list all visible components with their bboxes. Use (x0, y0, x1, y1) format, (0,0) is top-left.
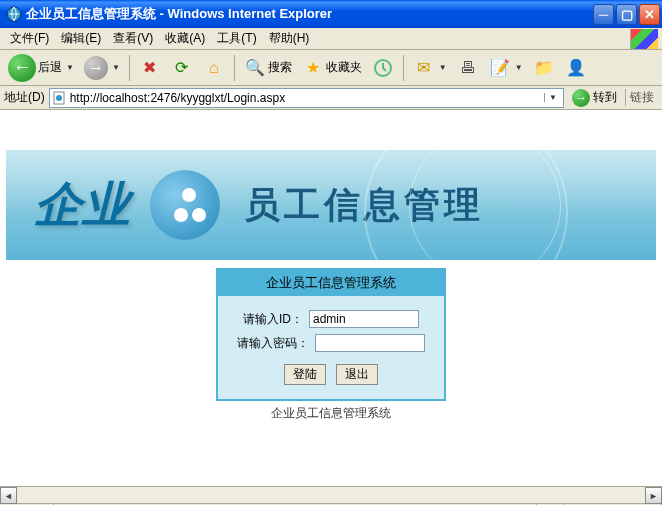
scroll-right-button[interactable]: ► (645, 487, 662, 504)
address-label: 地址(D) (4, 89, 45, 106)
forward-button[interactable]: → ▼ (80, 53, 124, 83)
stop-icon: ✖ (139, 57, 161, 79)
back-button[interactable]: ← 后退 ▼ (4, 53, 78, 83)
star-icon: ★ (302, 57, 324, 79)
footer-text: 企业员工信息管理系统 (0, 405, 662, 422)
menu-file[interactable]: 文件(F) (4, 28, 55, 49)
banner-title: 员工信息管理 (244, 181, 484, 230)
favorites-button[interactable]: ★ 收藏夹 (298, 53, 366, 83)
horizontal-scrollbar[interactable]: ◄ ► (0, 486, 662, 503)
login-header: 企业员工信息管理系统 (218, 270, 444, 296)
address-url: http://localhost:2476/kyygglxt/Login.asp… (70, 91, 544, 105)
chevron-down-icon[interactable]: ▼ (112, 63, 120, 72)
links-label[interactable]: 链接 (625, 89, 658, 106)
id-label: 请输入ID： (243, 311, 303, 328)
go-button[interactable]: → 转到 (568, 89, 621, 107)
messenger-icon: 👤 (565, 57, 587, 79)
windows-logo-icon (630, 29, 658, 49)
refresh-button[interactable]: ⟳ (167, 53, 197, 83)
login-box: 企业员工信息管理系统 请输入ID： 请输入密码： 登陆 退出 (216, 268, 446, 401)
menu-view[interactable]: 查看(V) (107, 28, 159, 49)
login-button[interactable]: 登陆 (284, 364, 326, 385)
page-icon (52, 91, 66, 105)
password-input[interactable] (315, 334, 425, 352)
mail-icon: ✉ (413, 57, 435, 79)
scroll-left-button[interactable]: ◄ (0, 487, 17, 504)
home-button[interactable]: ⌂ (199, 53, 229, 83)
close-button[interactable]: ✕ (639, 4, 660, 25)
search-button[interactable]: 🔍 搜索 (240, 53, 296, 83)
mail-button[interactable]: ✉▼ (409, 53, 451, 83)
chevron-down-icon[interactable]: ▼ (439, 63, 447, 72)
minimize-button[interactable]: ─ (593, 4, 614, 25)
svg-point-3 (56, 95, 62, 101)
chevron-down-icon[interactable]: ▼ (515, 63, 523, 72)
address-input[interactable]: http://localhost:2476/kyygglxt/Login.asp… (49, 88, 564, 108)
menu-bar: 文件(F) 编辑(E) 查看(V) 收藏(A) 工具(T) 帮助(H) (0, 28, 662, 50)
toolbar: ← 后退 ▼ → ▼ ✖ ⟳ ⌂ 🔍 搜索 ★ 收藏夹 ✉▼ 🖶 📝▼ 📁 👤 (0, 50, 662, 86)
search-icon: 🔍 (244, 57, 266, 79)
refresh-icon: ⟳ (171, 57, 193, 79)
ie-icon (6, 6, 22, 22)
print-button[interactable]: 🖶 (453, 53, 483, 83)
history-icon (372, 57, 394, 79)
chevron-down-icon[interactable]: ▼ (66, 63, 74, 72)
back-label: 后退 (38, 59, 62, 76)
stop-button[interactable]: ✖ (135, 53, 165, 83)
scroll-track[interactable] (17, 487, 645, 503)
id-input[interactable] (309, 310, 419, 328)
banner-circle-icon (150, 170, 220, 240)
messenger-button[interactable]: 👤 (561, 53, 591, 83)
home-icon: ⌂ (203, 57, 225, 79)
favorites-label: 收藏夹 (326, 59, 362, 76)
banner-logo-text: 企业 (34, 173, 130, 237)
menu-edit[interactable]: 编辑(E) (55, 28, 107, 49)
exit-button[interactable]: 退出 (336, 364, 378, 385)
edit-button[interactable]: 📝▼ (485, 53, 527, 83)
menu-help[interactable]: 帮助(H) (263, 28, 316, 49)
banner: 企业 员工信息管理 (6, 150, 656, 260)
address-bar: 地址(D) http://localhost:2476/kyygglxt/Log… (0, 86, 662, 110)
edit-icon: 📝 (489, 57, 511, 79)
search-label: 搜索 (268, 59, 292, 76)
go-arrow-icon: → (572, 89, 590, 107)
go-label: 转到 (593, 89, 617, 106)
menu-tools[interactable]: 工具(T) (211, 28, 262, 49)
back-arrow-icon: ← (8, 54, 36, 82)
folder-icon: 📁 (533, 57, 555, 79)
print-icon: 🖶 (457, 57, 479, 79)
history-button[interactable] (368, 53, 398, 83)
maximize-button[interactable]: ▢ (616, 4, 637, 25)
forward-arrow-icon: → (84, 56, 108, 80)
window-title: 企业员工信息管理系统 - Windows Internet Explorer (26, 5, 593, 23)
menu-favorites[interactable]: 收藏(A) (159, 28, 211, 49)
password-label: 请输入密码： (237, 335, 309, 352)
page-content: 企业 员工信息管理 企业员工信息管理系统 请输入ID： 请输入密码： 登陆 退出… (0, 110, 662, 486)
address-dropdown-icon[interactable]: ▼ (544, 93, 561, 102)
folder-button[interactable]: 📁 (529, 53, 559, 83)
window-titlebar: 企业员工信息管理系统 - Windows Internet Explorer ─… (0, 0, 662, 28)
